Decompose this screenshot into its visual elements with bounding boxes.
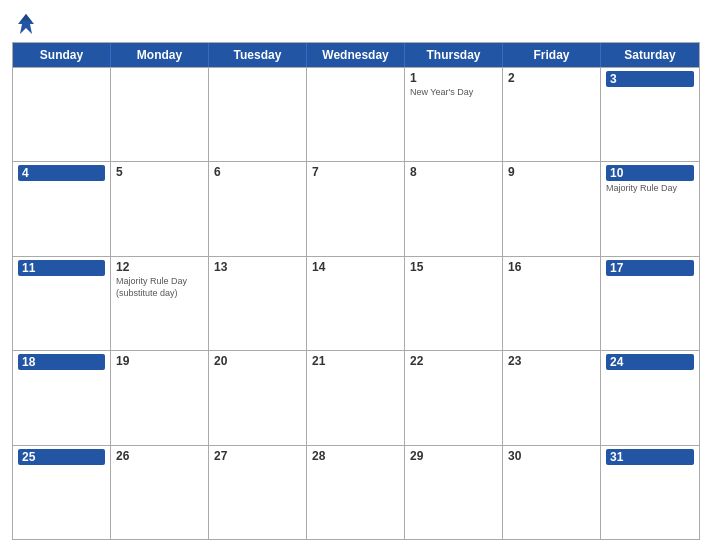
calendar-body: 1New Year's Day2345678910Majority Rule D… [13, 67, 699, 539]
calendar-cell: 10Majority Rule Day [601, 162, 699, 255]
weekday-header: Friday [503, 43, 601, 67]
day-number: 12 [116, 260, 203, 274]
day-number: 15 [410, 260, 497, 274]
calendar-cell: 29 [405, 446, 503, 539]
day-number: 21 [312, 354, 399, 368]
calendar-cell: 8 [405, 162, 503, 255]
calendar-week: 1New Year's Day23 [13, 67, 699, 161]
calendar-week: 1112Majority Rule Day (substitute day)13… [13, 256, 699, 350]
calendar-page: SundayMondayTuesdayWednesdayThursdayFrid… [0, 0, 712, 550]
day-number: 5 [116, 165, 203, 179]
calendar-cell: 27 [209, 446, 307, 539]
calendar-cell: 25 [13, 446, 111, 539]
calendar-cell: 16 [503, 257, 601, 350]
calendar-cell: 31 [601, 446, 699, 539]
calendar-cell: 19 [111, 351, 209, 444]
day-number: 2 [508, 71, 595, 85]
calendar-cell: 6 [209, 162, 307, 255]
calendar-cell: 28 [307, 446, 405, 539]
weekday-header: Sunday [13, 43, 111, 67]
holiday-label: Majority Rule Day [606, 183, 694, 195]
calendar-cell [209, 68, 307, 161]
calendar-cell: 2 [503, 68, 601, 161]
day-number: 1 [410, 71, 497, 85]
day-number: 3 [606, 71, 694, 87]
calendar-cell: 7 [307, 162, 405, 255]
calendar-cell: 5 [111, 162, 209, 255]
day-number: 22 [410, 354, 497, 368]
weekday-header: Saturday [601, 43, 699, 67]
day-number: 10 [606, 165, 694, 181]
calendar-cell: 13 [209, 257, 307, 350]
weekday-header: Thursday [405, 43, 503, 67]
calendar-cell: 24 [601, 351, 699, 444]
day-number: 7 [312, 165, 399, 179]
day-number: 23 [508, 354, 595, 368]
calendar-cell: 21 [307, 351, 405, 444]
day-number: 26 [116, 449, 203, 463]
calendar-cell: 11 [13, 257, 111, 350]
calendar-week: 45678910Majority Rule Day [13, 161, 699, 255]
day-number: 18 [18, 354, 105, 370]
day-number: 9 [508, 165, 595, 179]
calendar-header: SundayMondayTuesdayWednesdayThursdayFrid… [13, 43, 699, 67]
day-number: 11 [18, 260, 105, 276]
day-number: 27 [214, 449, 301, 463]
day-number: 4 [18, 165, 105, 181]
calendar-cell: 30 [503, 446, 601, 539]
holiday-label: Majority Rule Day (substitute day) [116, 276, 203, 299]
day-number: 29 [410, 449, 497, 463]
calendar-cell: 22 [405, 351, 503, 444]
weekday-header: Monday [111, 43, 209, 67]
top-bar [12, 10, 700, 38]
day-number: 19 [116, 354, 203, 368]
day-number: 25 [18, 449, 105, 465]
weekday-header: Tuesday [209, 43, 307, 67]
calendar-cell: 17 [601, 257, 699, 350]
holiday-label: New Year's Day [410, 87, 497, 99]
day-number: 17 [606, 260, 694, 276]
day-number: 13 [214, 260, 301, 274]
weekday-header: Wednesday [307, 43, 405, 67]
calendar-week: 18192021222324 [13, 350, 699, 444]
calendar-cell: 26 [111, 446, 209, 539]
day-number: 31 [606, 449, 694, 465]
day-number: 28 [312, 449, 399, 463]
calendar-cell [307, 68, 405, 161]
calendar: SundayMondayTuesdayWednesdayThursdayFrid… [12, 42, 700, 540]
calendar-week: 25262728293031 [13, 445, 699, 539]
calendar-cell [111, 68, 209, 161]
day-number: 16 [508, 260, 595, 274]
calendar-cell: 9 [503, 162, 601, 255]
logo-icon [12, 10, 40, 38]
calendar-cell: 18 [13, 351, 111, 444]
day-number: 30 [508, 449, 595, 463]
day-number: 20 [214, 354, 301, 368]
day-number: 14 [312, 260, 399, 274]
day-number: 8 [410, 165, 497, 179]
calendar-cell: 15 [405, 257, 503, 350]
calendar-cell: 3 [601, 68, 699, 161]
calendar-cell: 4 [13, 162, 111, 255]
calendar-cell: 23 [503, 351, 601, 444]
calendar-cell: 1New Year's Day [405, 68, 503, 161]
calendar-cell: 12Majority Rule Day (substitute day) [111, 257, 209, 350]
day-number: 6 [214, 165, 301, 179]
calendar-cell: 20 [209, 351, 307, 444]
day-number: 24 [606, 354, 694, 370]
calendar-cell [13, 68, 111, 161]
logo [12, 10, 44, 38]
calendar-cell: 14 [307, 257, 405, 350]
